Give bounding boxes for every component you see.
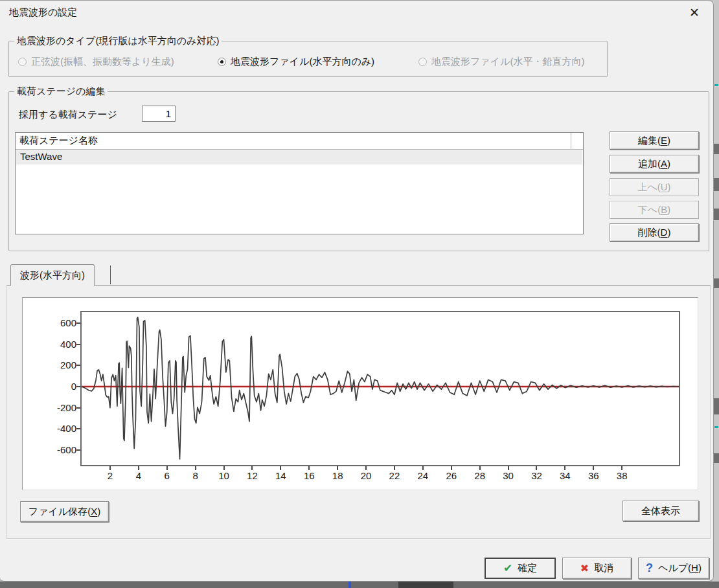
x-tick-label: 16 [304, 470, 315, 481]
cancel-button[interactable]: ✖ 取消 [562, 558, 632, 579]
y-tick-mark [76, 407, 80, 409]
add-button-label-end: ) [667, 158, 670, 169]
y-tick-label: 200 [31, 359, 76, 372]
x-tick-label: 12 [247, 470, 258, 481]
stage-list-item[interactable]: TestWave [16, 150, 582, 164]
x-tick-label: 4 [136, 470, 141, 481]
move-down-button-mnemonic: B [661, 204, 667, 215]
x-tick-label: 36 [588, 470, 599, 481]
x-tick-mark [337, 466, 338, 470]
y-tick-label: -600 [31, 444, 76, 457]
x-tick-label: 10 [218, 470, 229, 481]
x-tick-mark [223, 466, 225, 470]
x-tick-mark [422, 466, 424, 470]
x-tick-label: 18 [332, 470, 343, 481]
loading-stage-group: 載荷ステージの編集 採用する載荷ステージ 載荷ステージ名称 TestWave 編… [8, 91, 709, 251]
x-tick-label: 22 [389, 470, 400, 481]
close-icon: ✕ [689, 6, 700, 19]
x-tick-label: 32 [531, 470, 542, 481]
delete-button-mnemonic: D [661, 227, 668, 238]
x-tick-mark [593, 466, 594, 470]
screen: 地震波形の設定 ✕ 地震波形のタイプ(現行版は水平方向のみ対応) 正弦波(振幅、… [0, 0, 719, 588]
x-tick-mark [308, 466, 310, 470]
adopted-stage-input[interactable] [142, 106, 176, 122]
radio-option-label: 地震波形ファイル(水平方向のみ) [231, 56, 374, 68]
move-up-button-mnemonic: U [661, 181, 668, 192]
radio-option-label: 地震波形ファイル(水平・鉛直方向) [431, 56, 584, 68]
x-tick-mark [365, 466, 367, 470]
radio-option-1[interactable]: 地震波形ファイル(水平方向のみ) [218, 56, 374, 68]
help-button[interactable]: ? ヘルプ(H) [638, 558, 709, 579]
radio-option-label: 正弦波(振幅、振動数等より生成) [31, 56, 174, 68]
radio-option-2: 地震波形ファイル(水平・鉛直方向) [418, 56, 584, 68]
show-all-button[interactable]: 全体表示 [622, 501, 699, 521]
x-tick-label: 30 [503, 470, 514, 481]
waveform-trace [82, 317, 679, 459]
delete-button-label-end: ) [667, 227, 670, 238]
x-tick-label: 6 [165, 470, 170, 481]
dialog-title: 地震波形の設定 [9, 6, 77, 19]
radio-circle-icon [218, 58, 226, 66]
x-tick-label: 24 [418, 470, 429, 481]
save-file-label-end: ) [97, 506, 100, 517]
move-down-button-label: 下へ( [638, 204, 661, 215]
move-down-button: 下へ(B) [610, 201, 699, 219]
radio-option-0: 正弦波(振幅、振動数等より生成) [18, 56, 174, 68]
add-button[interactable]: 追加(A) [610, 155, 699, 173]
x-tick-mark [166, 466, 168, 470]
y-tick-mark [76, 365, 80, 366]
y-tick-label: 400 [31, 338, 76, 351]
waveform-chart-panel: 6004002000-200-400-600 24681012141618202… [22, 297, 698, 490]
y-tick-label: -200 [31, 401, 76, 414]
edit-button-label-end: ) [667, 135, 670, 146]
y-tick-label: 0 [31, 380, 76, 393]
y-tick-mark [76, 322, 80, 324]
y-tick-mark [76, 386, 80, 387]
x-tick-mark [251, 466, 253, 470]
x-tick-mark [394, 466, 395, 470]
check-icon: ✔ [503, 561, 512, 575]
move-up-button-label: 上へ( [637, 181, 660, 192]
x-tick-label: 28 [474, 470, 485, 481]
stage-list-header: 載荷ステージ名称 [16, 133, 583, 150]
show-all-label: 全体表示 [641, 505, 680, 516]
x-tick-label: 8 [192, 470, 198, 481]
waveform-type-group-title: 地震波形のタイプ(現行版は水平方向のみ対応) [14, 35, 222, 47]
edit-button[interactable]: 編集(E) [610, 131, 699, 150]
x-tick-mark [536, 466, 537, 470]
x-tick-mark [621, 466, 622, 470]
tab-waveform-label: 波形(水平方向) [20, 269, 85, 280]
question-icon: ? [646, 561, 653, 575]
tab-strip-divider [110, 266, 111, 284]
y-tick-mark [76, 428, 80, 429]
ok-button[interactable]: ✔ 確定 [485, 558, 556, 579]
delete-button-label: 削除( [638, 227, 661, 238]
edit-button-mnemonic: E [661, 135, 667, 146]
y-tick-mark [76, 449, 80, 451]
y-tick-mark [76, 344, 80, 345]
x-tick-mark [508, 466, 509, 470]
add-button-label: 追加( [638, 158, 661, 169]
x-tick-label: 14 [275, 470, 286, 481]
help-label: ヘルプ(H) [658, 562, 702, 574]
tab-waveform-horizontal[interactable]: 波形(水平方向) [10, 264, 95, 286]
stage-list-header-label: 載荷ステージ名称 [19, 135, 98, 146]
save-file-mnemonic: X [91, 506, 97, 517]
edit-button-label: 編集( [638, 135, 661, 146]
save-file-label: ファイル保存( [29, 506, 91, 517]
x-tick-mark [564, 466, 565, 470]
delete-button[interactable]: 削除(D) [610, 223, 699, 242]
radio-circle-icon [418, 58, 427, 66]
cross-icon: ✖ [580, 562, 589, 574]
x-tick-label: 34 [560, 470, 571, 481]
x-tick-label: 2 [108, 470, 113, 481]
dialog-seismic-waveform-settings: 地震波形の設定 ✕ 地震波形のタイプ(現行版は水平方向のみ対応) 正弦波(振幅、… [0, 0, 714, 582]
x-tick-mark [479, 466, 481, 470]
x-tick-mark [195, 466, 196, 470]
save-file-button[interactable]: ファイル保存(X) [20, 501, 109, 522]
title-bar: 地震波形の設定 ✕ [0, 1, 713, 25]
close-button[interactable]: ✕ [682, 4, 707, 22]
x-tick-mark [109, 466, 111, 470]
x-tick-label: 26 [446, 470, 457, 481]
move-down-button-label-end: ) [667, 204, 670, 215]
